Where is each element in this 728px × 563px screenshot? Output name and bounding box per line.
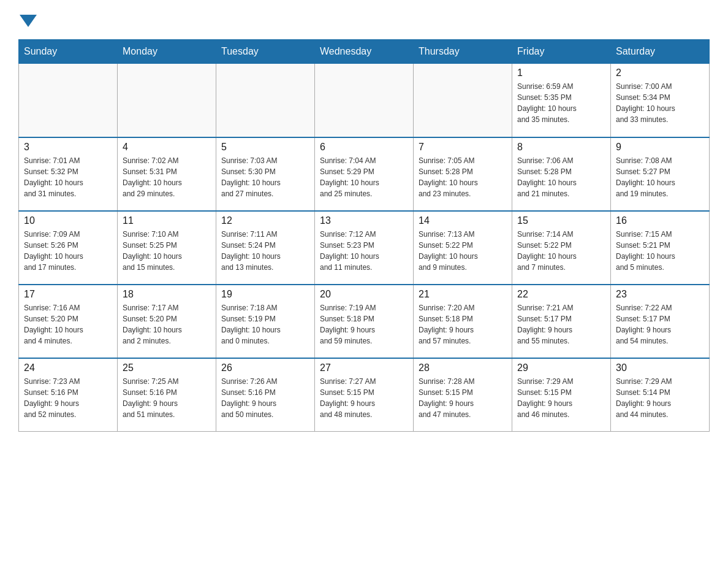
day-info: Sunrise: 7:10 AM Sunset: 5:25 PM Dayligh… (123, 229, 211, 273)
day-number: 11 (123, 215, 211, 226)
day-info: Sunrise: 7:02 AM Sunset: 5:31 PM Dayligh… (123, 155, 211, 199)
day-info: Sunrise: 7:22 AM Sunset: 5:17 PM Dayligh… (616, 302, 704, 347)
day-number: 10 (24, 215, 112, 226)
day-number: 5 (221, 142, 309, 153)
calendar-cell: 18Sunrise: 7:17 AM Sunset: 5:20 PM Dayli… (118, 285, 216, 358)
calendar-week-1: 1Sunrise: 6:59 AM Sunset: 5:35 PM Daylig… (19, 64, 710, 137)
day-info: Sunrise: 7:11 AM Sunset: 5:24 PM Dayligh… (221, 229, 309, 273)
calendar-cell: 15Sunrise: 7:14 AM Sunset: 5:22 PM Dayli… (512, 211, 611, 285)
day-number: 16 (616, 215, 704, 226)
day-number: 27 (320, 362, 408, 373)
calendar-cell (315, 64, 414, 137)
day-info: Sunrise: 7:15 AM Sunset: 5:21 PM Dayligh… (616, 229, 704, 273)
day-number: 18 (123, 289, 211, 300)
calendar-cell: 23Sunrise: 7:22 AM Sunset: 5:17 PM Dayli… (611, 285, 710, 358)
calendar-cell (216, 64, 315, 137)
day-number: 21 (419, 289, 507, 300)
calendar-cell: 10Sunrise: 7:09 AM Sunset: 5:26 PM Dayli… (19, 211, 118, 285)
day-number: 6 (320, 142, 408, 153)
day-info: Sunrise: 7:29 AM Sunset: 5:14 PM Dayligh… (616, 376, 704, 420)
calendar-cell: 2Sunrise: 7:00 AM Sunset: 5:34 PM Daylig… (611, 64, 710, 137)
calendar-week-2: 3Sunrise: 7:01 AM Sunset: 5:32 PM Daylig… (19, 137, 710, 211)
day-info: Sunrise: 7:19 AM Sunset: 5:18 PM Dayligh… (320, 302, 408, 347)
calendar-cell: 17Sunrise: 7:16 AM Sunset: 5:20 PM Dayli… (19, 285, 118, 358)
calendar-cell: 9Sunrise: 7:08 AM Sunset: 5:27 PM Daylig… (611, 137, 710, 211)
day-info: Sunrise: 7:13 AM Sunset: 5:22 PM Dayligh… (419, 229, 507, 273)
calendar-cell: 22Sunrise: 7:21 AM Sunset: 5:17 PM Dayli… (512, 285, 611, 358)
header (18, 12, 710, 27)
day-header-wednesday: Wednesday (315, 40, 414, 64)
calendar-cell: 7Sunrise: 7:05 AM Sunset: 5:28 PM Daylig… (414, 137, 512, 211)
day-info: Sunrise: 7:25 AM Sunset: 5:16 PM Dayligh… (123, 376, 211, 420)
calendar-cell: 3Sunrise: 7:01 AM Sunset: 5:32 PM Daylig… (19, 137, 118, 211)
day-header-monday: Monday (118, 40, 216, 64)
calendar-cell: 24Sunrise: 7:23 AM Sunset: 5:16 PM Dayli… (19, 358, 118, 432)
calendar-cell: 28Sunrise: 7:28 AM Sunset: 5:15 PM Dayli… (414, 358, 512, 432)
calendar-cell: 8Sunrise: 7:06 AM Sunset: 5:28 PM Daylig… (512, 137, 611, 211)
calendar-cell: 29Sunrise: 7:29 AM Sunset: 5:15 PM Dayli… (512, 358, 611, 432)
day-number: 30 (616, 362, 704, 373)
day-info: Sunrise: 6:59 AM Sunset: 5:35 PM Dayligh… (517, 81, 605, 125)
calendar-cell: 16Sunrise: 7:15 AM Sunset: 5:21 PM Dayli… (611, 211, 710, 285)
calendar-cell: 19Sunrise: 7:18 AM Sunset: 5:19 PM Dayli… (216, 285, 315, 358)
calendar-cell: 21Sunrise: 7:20 AM Sunset: 5:18 PM Dayli… (414, 285, 512, 358)
day-header-tuesday: Tuesday (216, 40, 315, 64)
day-info: Sunrise: 7:16 AM Sunset: 5:20 PM Dayligh… (24, 302, 112, 347)
calendar-cell: 14Sunrise: 7:13 AM Sunset: 5:22 PM Dayli… (414, 211, 512, 285)
day-info: Sunrise: 7:01 AM Sunset: 5:32 PM Dayligh… (24, 155, 112, 199)
day-header-saturday: Saturday (611, 40, 710, 64)
logo (18, 12, 37, 27)
day-header-thursday: Thursday (414, 40, 512, 64)
day-info: Sunrise: 7:04 AM Sunset: 5:29 PM Dayligh… (320, 155, 408, 199)
calendar-cell: 1Sunrise: 6:59 AM Sunset: 5:35 PM Daylig… (512, 64, 611, 137)
day-info: Sunrise: 7:29 AM Sunset: 5:15 PM Dayligh… (517, 376, 605, 420)
day-number: 4 (123, 142, 211, 153)
calendar-week-3: 10Sunrise: 7:09 AM Sunset: 5:26 PM Dayli… (19, 211, 710, 285)
day-number: 29 (517, 362, 605, 373)
day-info: Sunrise: 7:28 AM Sunset: 5:15 PM Dayligh… (419, 376, 507, 420)
day-number: 23 (616, 289, 704, 300)
calendar-cell (118, 64, 216, 137)
day-info: Sunrise: 7:20 AM Sunset: 5:18 PM Dayligh… (419, 302, 507, 347)
day-number: 28 (419, 362, 507, 373)
calendar-cell: 12Sunrise: 7:11 AM Sunset: 5:24 PM Dayli… (216, 211, 315, 285)
day-number: 26 (221, 362, 309, 373)
day-header-sunday: Sunday (19, 40, 118, 64)
calendar-cell: 11Sunrise: 7:10 AM Sunset: 5:25 PM Dayli… (118, 211, 216, 285)
calendar-cell: 6Sunrise: 7:04 AM Sunset: 5:29 PM Daylig… (315, 137, 414, 211)
day-number: 20 (320, 289, 408, 300)
day-number: 7 (419, 142, 507, 153)
day-number: 24 (24, 362, 112, 373)
calendar-week-5: 24Sunrise: 7:23 AM Sunset: 5:16 PM Dayli… (19, 358, 710, 432)
day-number: 2 (616, 67, 704, 79)
calendar: SundayMondayTuesdayWednesdayThursdayFrid… (18, 39, 710, 432)
day-info: Sunrise: 7:09 AM Sunset: 5:26 PM Dayligh… (24, 229, 112, 273)
day-number: 1 (517, 67, 605, 79)
day-info: Sunrise: 7:17 AM Sunset: 5:20 PM Dayligh… (123, 302, 211, 347)
day-info: Sunrise: 7:21 AM Sunset: 5:17 PM Dayligh… (517, 302, 605, 347)
calendar-cell: 25Sunrise: 7:25 AM Sunset: 5:16 PM Dayli… (118, 358, 216, 432)
calendar-cell: 30Sunrise: 7:29 AM Sunset: 5:14 PM Dayli… (611, 358, 710, 432)
calendar-cell (19, 64, 118, 137)
day-number: 8 (517, 142, 605, 153)
logo-triangle-icon (20, 15, 37, 27)
day-info: Sunrise: 7:23 AM Sunset: 5:16 PM Dayligh… (24, 376, 112, 420)
calendar-cell: 4Sunrise: 7:02 AM Sunset: 5:31 PM Daylig… (118, 137, 216, 211)
day-info: Sunrise: 7:00 AM Sunset: 5:34 PM Dayligh… (616, 81, 704, 125)
day-info: Sunrise: 7:12 AM Sunset: 5:23 PM Dayligh… (320, 229, 408, 273)
day-info: Sunrise: 7:26 AM Sunset: 5:16 PM Dayligh… (221, 376, 309, 420)
day-number: 14 (419, 215, 507, 226)
day-info: Sunrise: 7:27 AM Sunset: 5:15 PM Dayligh… (320, 376, 408, 420)
day-number: 9 (616, 142, 704, 153)
calendar-cell (414, 64, 512, 137)
day-info: Sunrise: 7:03 AM Sunset: 5:30 PM Dayligh… (221, 155, 309, 199)
calendar-cell: 26Sunrise: 7:26 AM Sunset: 5:16 PM Dayli… (216, 358, 315, 432)
day-number: 15 (517, 215, 605, 226)
day-number: 25 (123, 362, 211, 373)
calendar-header-row: SundayMondayTuesdayWednesdayThursdayFrid… (19, 40, 710, 64)
day-number: 13 (320, 215, 408, 226)
day-info: Sunrise: 7:14 AM Sunset: 5:22 PM Dayligh… (517, 229, 605, 273)
day-info: Sunrise: 7:05 AM Sunset: 5:28 PM Dayligh… (419, 155, 507, 199)
day-info: Sunrise: 7:08 AM Sunset: 5:27 PM Dayligh… (616, 155, 704, 199)
day-number: 12 (221, 215, 309, 226)
